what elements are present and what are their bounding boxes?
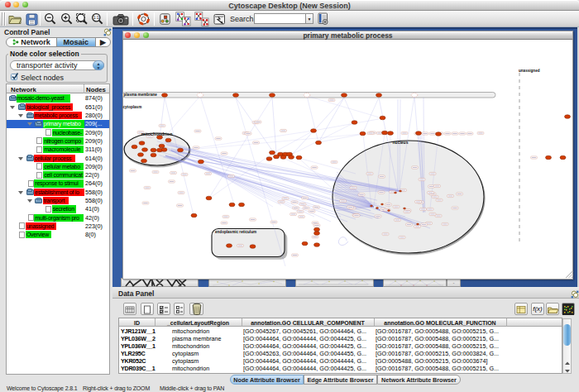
svg-text:endoplasmic reticulum: endoplasmic reticulum xyxy=(215,230,256,234)
svg-text:nucleus: nucleus xyxy=(393,140,409,145)
svg-text:1:1: 1:1 xyxy=(93,15,99,20)
svg-text:cytoplasm: cytoplasm xyxy=(123,105,142,109)
svg-text:mitochondrion: mitochondrion xyxy=(141,131,173,136)
svg-text:plasma membrane: plasma membrane xyxy=(124,93,158,97)
svg-text:unassigned: unassigned xyxy=(519,69,540,73)
